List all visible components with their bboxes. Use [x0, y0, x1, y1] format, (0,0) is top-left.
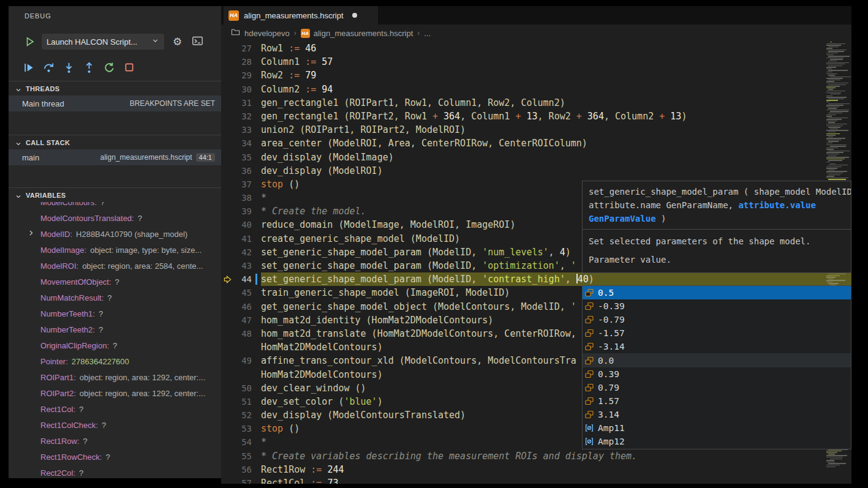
breakpoint-margin[interactable]: [221, 368, 233, 381]
breadcrumb-folder[interactable]: hdevelopevo: [244, 29, 290, 38]
code-line[interactable]: 34area_center (ModelROI, Area, CenterROI…: [221, 137, 851, 150]
breakpoint-margin[interactable]: [221, 96, 233, 110]
code-line[interactable]: 27Row1 := 46: [221, 42, 851, 55]
variable-row[interactable]: Rect1ColCheck:?: [9, 417, 221, 433]
restart-button[interactable]: [103, 61, 115, 73]
suggestion-item[interactable]: 3.14: [583, 408, 851, 421]
suggestion-item[interactable]: 1.57: [583, 394, 851, 408]
breakpoint-margin[interactable]: [221, 151, 233, 164]
code-line[interactable]: 55* Create variables describing the meas…: [221, 449, 851, 463]
breakpoint-margin[interactable]: [221, 313, 233, 327]
gear-icon[interactable]: ⚙: [173, 37, 182, 47]
breadcrumb-file[interactable]: align_measurements.hscript: [314, 29, 413, 38]
variable-row[interactable]: ROIPart1:object: region, area: 1292, cen…: [9, 369, 221, 385]
breakpoint-margin[interactable]: [221, 286, 233, 299]
halcon-file-icon: HA: [228, 10, 239, 21]
code-line[interactable]: 44set_generic_shape_model_param (ModelID…: [221, 272, 851, 286]
breakpoint-margin[interactable]: [221, 395, 233, 408]
code-line[interactable]: 35dev_display (ModelImage): [221, 151, 851, 164]
step-out-button[interactable]: [83, 61, 95, 73]
launch-config-select[interactable]: Launch HALCON Script...: [42, 34, 164, 50]
code-line[interactable]: 36dev_display (ModelROI): [221, 164, 851, 178]
variable-row[interactable]: OriginalClipRegion:?: [9, 337, 221, 353]
thread-row[interactable]: Main thread BREAKPOINTS ARE SET: [9, 96, 221, 111]
code-line[interactable]: 30Column2 := 94: [221, 83, 851, 96]
breakpoint-margin[interactable]: [221, 435, 233, 449]
suggestion-item[interactable]: 0.5: [583, 286, 851, 299]
stop-button[interactable]: [123, 61, 135, 73]
breakpoint-margin[interactable]: [221, 55, 233, 69]
tab-align-measurements[interactable]: HA align_measurements.hscript: [224, 6, 378, 24]
variable-row[interactable]: ModelROI:object: region, area: 2584, cen…: [9, 258, 221, 274]
debug-current-line-arrow-icon[interactable]: [221, 272, 233, 286]
code-line[interactable]: 29Row2 := 79: [221, 69, 851, 82]
stack-frame-row[interactable]: main align_measurements.hscript 44:1: [9, 149, 221, 165]
variable-row[interactable]: Rect1RowCheck:?: [9, 449, 221, 465]
suggestion-item[interactable]: Amp11: [583, 421, 851, 435]
code-line[interactable]: 28Column1 := 57: [221, 55, 851, 69]
breakpoint-margin[interactable]: [221, 123, 233, 137]
breakpoint-margin[interactable]: [221, 246, 233, 259]
breakpoint-margin[interactable]: [221, 449, 233, 463]
continue-button[interactable]: [22, 61, 34, 73]
breakpoint-margin[interactable]: [221, 340, 233, 354]
breakpoint-margin[interactable]: [221, 354, 233, 367]
code-line[interactable]: 33union2 (ROIPart1, ROIPart2, ModelROI): [221, 123, 851, 137]
variable-row[interactable]: NumMatchResult:?: [9, 290, 221, 306]
breakpoint-margin[interactable]: [221, 476, 233, 484]
breakpoint-margin[interactable]: [221, 191, 233, 205]
threads-section-header[interactable]: THREADS: [9, 82, 221, 96]
start-debugging-icon[interactable]: [25, 36, 36, 47]
breakpoint-margin[interactable]: [221, 110, 233, 123]
variable-row[interactable]: ModelContoursTranslated:?: [9, 210, 221, 226]
variable-row[interactable]: ModelContours:?: [9, 202, 221, 210]
variable-row[interactable]: ROIPart2:object: region, area: 1292, cen…: [9, 385, 221, 401]
variable-name: Rect2Col:: [40, 468, 75, 478]
breakpoint-margin[interactable]: [221, 137, 233, 150]
breakpoint-margin[interactable]: [221, 205, 233, 218]
breakpoint-margin[interactable]: [221, 164, 233, 178]
variable-row[interactable]: Rect1Col:?: [9, 401, 221, 417]
suggestion-item[interactable]: 0.39: [583, 367, 851, 381]
variable-row[interactable]: ModelImage:object: image, type: byte, si…: [9, 242, 221, 258]
variables-section-header[interactable]: VARIABLES: [9, 189, 221, 202]
breakpoint-margin[interactable]: [221, 259, 233, 272]
breakpoint-margin[interactable]: [221, 178, 233, 191]
variable-row[interactable]: Rect2Col:?: [9, 465, 221, 478]
step-over-button[interactable]: [42, 61, 55, 73]
code-line[interactable]: 32gen_rectangle1 (ROIPart2, Row1 + 364, …: [221, 110, 851, 123]
variable-row[interactable]: NumberTeeth2:?: [9, 321, 221, 337]
suggestion-item[interactable]: -1.57: [583, 326, 851, 340]
variable-row[interactable]: ModelID:H288B4A10790 (shape_model): [9, 226, 221, 242]
breakpoint-margin[interactable]: [221, 463, 233, 476]
suggestion-item[interactable]: 0.79: [583, 381, 851, 394]
step-into-button[interactable]: [62, 61, 75, 73]
code-line[interactable]: 56Rect1Row := 244: [221, 463, 851, 476]
breakpoint-margin[interactable]: [221, 232, 233, 246]
breakpoint-margin[interactable]: [221, 69, 233, 82]
breakpoint-margin[interactable]: [221, 218, 233, 231]
breakpoint-margin[interactable]: [221, 83, 233, 96]
breakpoint-margin[interactable]: [221, 42, 233, 55]
suggestion-item[interactable]: -0.39: [583, 299, 851, 313]
breakpoint-margin[interactable]: [221, 408, 233, 422]
breakpoint-margin[interactable]: [221, 300, 233, 313]
breakpoint-margin[interactable]: [221, 381, 233, 395]
suggestion-item[interactable]: Amp12: [583, 435, 851, 448]
variable-row[interactable]: NumberTeeth1:?: [9, 306, 221, 321]
suggestion-item[interactable]: 0.0: [583, 353, 851, 367]
code-line[interactable]: 31gen_rectangle1 (ROIPart1, Row1, Column…: [221, 96, 851, 110]
variable-row[interactable]: Rect1Row:?: [9, 433, 221, 449]
callstack-section-header[interactable]: CALL STACK: [9, 136, 221, 149]
breakpoint-margin[interactable]: [221, 422, 233, 435]
breadcrumb-more[interactable]: ...: [424, 29, 431, 38]
suggestion-item[interactable]: -0.79: [583, 313, 851, 326]
code-line[interactable]: 57Rect1Col := 73: [221, 476, 851, 484]
modified-dot-icon[interactable]: [352, 13, 357, 18]
variable-row[interactable]: MovementOfObject:?: [9, 274, 221, 290]
suggestion-item[interactable]: -3.14: [583, 340, 851, 353]
debug-console-icon[interactable]: [192, 35, 203, 49]
chevron-right-icon[interactable]: [27, 229, 36, 239]
variable-row[interactable]: Pointer:2786364227600: [9, 353, 221, 369]
breakpoint-margin[interactable]: [221, 327, 233, 340]
